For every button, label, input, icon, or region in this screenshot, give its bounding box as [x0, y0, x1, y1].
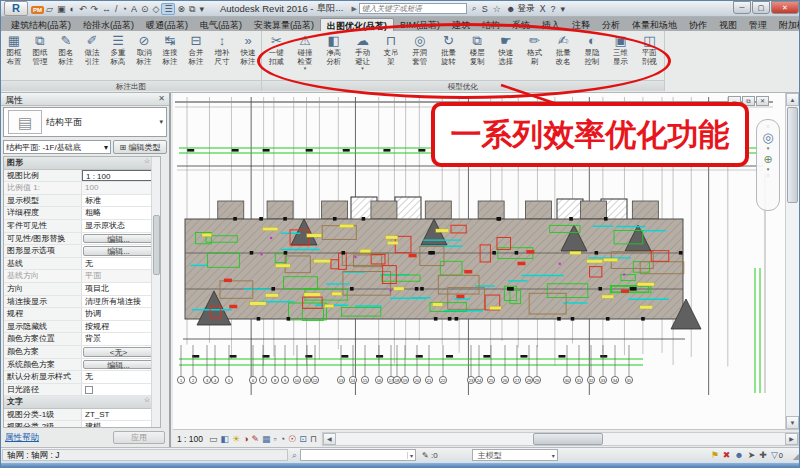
chevron-down-icon[interactable]: ▾ [361, 66, 364, 70]
ribbon-button-0-1[interactable]: ⧉图纸管理 [27, 32, 53, 80]
ribbon-button-0-7[interactable]: ⊟合并标注 [183, 32, 209, 80]
edit-type-button[interactable]: ⊞ 编辑类型 [113, 140, 167, 154]
view-scale-button[interactable]: 1 : 100 [177, 434, 203, 444]
ribbon-tab-13[interactable]: 体量和场地 [626, 18, 683, 31]
ribbon-button-1-3[interactable]: ☁手动避让▾ [348, 32, 377, 80]
view-close-icon[interactable]: ✕ [756, 96, 769, 106]
ribbon-tab-10[interactable]: 插入 [536, 18, 566, 31]
account-icon[interactable]: ☻ [506, 4, 515, 14]
ribbon-tab-7[interactable]: 建筑 [446, 18, 476, 31]
workset-status-icon[interactable]: ⚑ [711, 450, 719, 460]
ribbon-tab-11[interactable]: 注释 [566, 18, 596, 31]
close-button[interactable]: ✕ [771, 1, 799, 14]
property-group-header[interactable]: 文字☆ [4, 396, 160, 409]
ribbon-button-0-2[interactable]: ✎图名标注 [53, 32, 79, 80]
qat-redo-icon[interactable]: ↷ [88, 4, 100, 14]
minimize-button[interactable]: ─ [733, 1, 751, 14]
shadows-icon[interactable]: ◑ [243, 431, 248, 447]
press-drag-icon[interactable]: ✚ [759, 450, 767, 460]
qat-section-icon[interactable]: ◇ [150, 4, 161, 14]
property-checkbox[interactable] [85, 386, 93, 394]
qat-switch-windows-icon[interactable]: ⧉ [187, 4, 197, 14]
favorites-star-icon[interactable]: ☆ [493, 4, 501, 14]
ribbon-button-1-10[interactable]: ✍批量改名 [549, 32, 578, 80]
signin-label[interactable]: 登录 [517, 3, 534, 15]
property-value[interactable]: 项目北 [82, 283, 160, 295]
zoom-icon[interactable]: ⊕ [763, 153, 772, 166]
ribbon-tab-15[interactable]: 视图 [713, 18, 743, 31]
qat-text-icon[interactable]: A [129, 4, 139, 14]
ribbon-button-1-5[interactable]: ◎开洞套管 [405, 32, 434, 80]
scroll-right-icon[interactable]: ▶ [785, 433, 798, 445]
property-value[interactable]: 粗略 [82, 207, 160, 219]
chevron-down-icon[interactable]: ▾ [407, 452, 415, 459]
ribbon-button-1-1[interactable]: ⚠碰撞检查▾ [291, 32, 320, 80]
ribbon-button-1-2[interactable]: ◧净高分析 [319, 32, 348, 80]
ribbon-button-0-8[interactable]: ↕增补尺寸 [209, 32, 235, 80]
selection-filter-icon[interactable]: ▽ [771, 450, 778, 460]
ribbon-button-1-7[interactable]: ⧉楼层复制 [463, 32, 492, 80]
maximize-button[interactable]: ▢ [752, 1, 770, 14]
qat-tag-icon[interactable]: ◔ [119, 4, 128, 14]
property-edit-button[interactable]: <无> [83, 347, 154, 357]
qat-close-hidden-windows-icon[interactable]: ⊗ [175, 4, 187, 14]
property-edit-button[interactable]: 编辑... [83, 360, 154, 370]
property-value[interactable]: 无 [82, 371, 160, 383]
search-icon[interactable]: ⌕ [292, 450, 297, 461]
property-value[interactable]: 背景 [82, 333, 160, 345]
scroll-left-icon[interactable]: ◀ [323, 433, 336, 445]
property-value[interactable]: 100 [82, 182, 160, 194]
status-search-input[interactable]: ▾ [300, 449, 416, 461]
scrollbar-thumb[interactable] [153, 215, 160, 275]
vertical-scrollbar[interactable]: ▲ ▼ [785, 93, 799, 429]
chevron-down-icon[interactable]: ▾ [304, 66, 307, 70]
temporary-hide-isolate-icon[interactable]: ◔ [280, 431, 285, 447]
worksharing-display-icon[interactable]: ⊡ [299, 431, 307, 447]
ribbon-button-1-8[interactable]: ☛快速选择 [492, 32, 521, 80]
subscription-icon[interactable]: S [482, 4, 488, 14]
qat-aligned-dimension-icon[interactable]: ↔ [100, 4, 113, 14]
qat-thin-lines-icon[interactable]: ☰ [161, 3, 175, 15]
application-menu-button[interactable]: R [4, 1, 28, 16]
visual-style-icon[interactable]: ◧ [221, 431, 230, 447]
type-selector[interactable]: ▤ 结构平面 ▾ [3, 107, 167, 137]
exchange-apps-icon[interactable]: Ⅹ [539, 4, 545, 14]
ribbon-button-0-6[interactable]: ↹连接标注 [157, 32, 183, 80]
qat-customize-qat-icon[interactable]: ▾ [197, 4, 206, 14]
property-value[interactable]: 显示原状态 [82, 220, 160, 232]
ribbon-tab-8[interactable]: 结构 [476, 18, 506, 31]
crop-view-icon[interactable]: ▦ [262, 431, 271, 447]
ribbon-tab-12[interactable]: 分析 [596, 18, 626, 31]
reveal-hidden-elements-icon[interactable]: ☉ [288, 431, 296, 447]
ribbon-button-1-6[interactable]: ↻批量旋转 [434, 32, 463, 80]
properties-help-link[interactable]: 属性帮助 [5, 432, 39, 444]
ribbon-button-0-4[interactable]: ☰多重标高 [105, 32, 131, 80]
property-group-header[interactable]: 图形☆ [4, 157, 160, 170]
qat-open-file-icon[interactable]: ▱ [44, 4, 55, 14]
ribbon-tab-5[interactable]: 出图优化(品茗) [320, 18, 394, 31]
ribbon-button-0-9[interactable]: »快速标注 [235, 32, 261, 80]
scrollbar-thumb[interactable] [533, 433, 603, 445]
property-value[interactable]: 标准 [82, 195, 160, 207]
property-value[interactable]: ZT_ST [82, 409, 160, 421]
ribbon-button-1-13[interactable]: ◫平面剖视 [635, 32, 664, 80]
horizontal-scrollbar[interactable]: ◀ ▶ [322, 432, 799, 446]
editing-requests-icon[interactable]: ☻ [734, 450, 743, 460]
property-value[interactable]: 清理所有墙连接 [82, 296, 160, 308]
chevron-down-icon[interactable]: ▾ [767, 145, 770, 151]
ribbon-tab-1[interactable]: 给排水(品茗) [77, 18, 140, 31]
ribbon-tab-17[interactable]: 附加模块 [773, 18, 800, 31]
ribbon-button-1-11[interactable]: ◐显隐控制 [578, 32, 607, 80]
search-icon[interactable]: ⌕ [472, 3, 477, 14]
help-icon[interactable]: ? [551, 4, 556, 14]
filter-dropdown[interactable]: 结构平面: -1F/基础底 ▾ [3, 140, 111, 154]
steering-wheel-icon[interactable]: ◎ [762, 130, 773, 145]
show-crop-region-icon[interactable]: ▫ [274, 431, 277, 447]
ribbon-button-0-3[interactable]: ✐做法引注 [79, 32, 105, 80]
property-value[interactable]: 协调 [82, 308, 160, 320]
relinquish-all-icon[interactable]: ✖ [723, 450, 731, 460]
qat-undo-icon[interactable]: ↶ [77, 4, 89, 14]
scrollbar-thumb[interactable] [787, 107, 798, 203]
qat-default-3d-view-icon[interactable]: ⊙ [139, 4, 151, 14]
scroll-down-icon[interactable]: ▼ [786, 416, 799, 429]
